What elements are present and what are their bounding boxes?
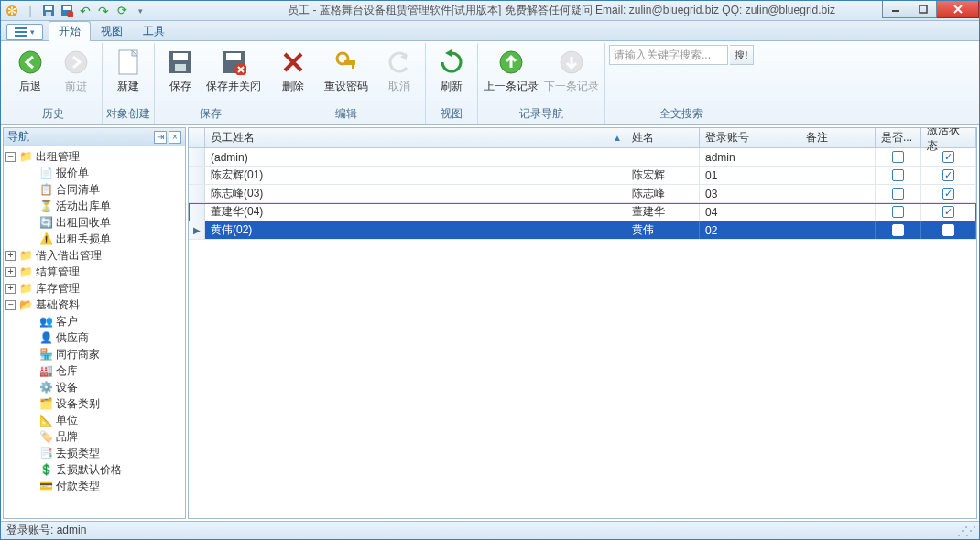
new-button[interactable]: 新建 [106, 45, 150, 97]
tree-dmgtype[interactable]: 📑丢损类型 [4, 445, 185, 461]
cell-isx[interactable] [876, 185, 921, 202]
tree-paytype[interactable]: 💳付款类型 [4, 478, 185, 494]
cell-active[interactable] [921, 203, 976, 221]
tree-settle[interactable]: +📁结算管理 [4, 264, 185, 280]
tab-start[interactable]: 开始 [49, 21, 91, 41]
status-bar: 登录账号: admin ⋰⋰ [1, 521, 979, 539]
checkbox[interactable] [942, 224, 954, 236]
tree-base[interactable]: −📂基础资料 [4, 297, 185, 313]
tree-supplier[interactable]: 👤供应商 [4, 329, 185, 346]
col-empname[interactable]: 员工姓名▲ [205, 128, 626, 147]
table-row[interactable]: 陈宏辉(01)陈宏辉01 [189, 167, 976, 185]
back-button[interactable]: 后退 [8, 45, 52, 97]
tree-devcat[interactable]: 🗂️设备类别 [4, 395, 185, 412]
tree-device[interactable]: ⚙️设备 [4, 379, 185, 395]
row-indicator: ▶ [189, 221, 205, 239]
table-row[interactable]: (admin)admin [189, 148, 976, 167]
close-button[interactable] [937, 0, 979, 18]
minimize-button[interactable] [882, 0, 909, 18]
expand-icon[interactable]: + [5, 284, 16, 294]
cell-isx[interactable] [876, 167, 921, 184]
undo-icon[interactable]: ↶ [78, 4, 93, 18]
tree-customer[interactable]: 👥客户 [4, 313, 185, 329]
col-active[interactable]: 激活状态 [921, 128, 976, 147]
col-name[interactable]: 姓名 [626, 128, 700, 147]
search-button[interactable]: 搜! [730, 45, 754, 65]
cell-name: 陈志峰 [626, 185, 700, 202]
checkbox[interactable] [892, 151, 904, 163]
table-row[interactable]: ▶黄伟(02)黄伟02 [189, 221, 976, 240]
save-close-icon[interactable] [60, 4, 74, 18]
tree-damage[interactable]: ⚠️出租丢损单 [4, 231, 185, 247]
checkbox[interactable] [942, 206, 954, 218]
hourglass-icon: ⏳ [38, 199, 53, 213]
qat-dropdown-icon[interactable]: ▾ [133, 4, 147, 18]
save-close-button[interactable]: 保存并关闭 [204, 45, 263, 97]
resize-grip-icon[interactable]: ⋰⋰ [957, 524, 974, 537]
tree-recycle[interactable]: 🔄出租回收单 [4, 214, 185, 231]
tree-stock[interactable]: +📁库存管理 [4, 280, 185, 297]
cell-account: 03 [700, 185, 800, 202]
redo-icon[interactable]: ↷ [96, 4, 111, 18]
refresh-small-icon[interactable]: ⟳ [114, 4, 129, 18]
checkbox[interactable] [892, 169, 904, 181]
cell-active[interactable] [921, 185, 976, 202]
tree-peer[interactable]: 🏪同行商家 [4, 346, 185, 362]
maximize-button[interactable] [909, 0, 937, 18]
folder-icon: 📁 [18, 265, 33, 279]
grid-body[interactable]: (admin)admin陈宏辉(01)陈宏辉01陈志峰(03)陈志峰03董建华(… [189, 148, 976, 518]
checkbox[interactable] [892, 224, 904, 236]
doc-icon: 📄 [38, 166, 53, 180]
search-input[interactable]: 请输入关键字搜索... [609, 45, 728, 65]
prev-record-button[interactable]: 上一条记录 [482, 45, 540, 97]
app-icon[interactable]: ✻ [5, 4, 19, 18]
cell-isx[interactable] [876, 203, 921, 221]
cell-active[interactable] [921, 221, 976, 239]
tree-unit[interactable]: 📐单位 [4, 412, 185, 428]
checkbox[interactable] [892, 188, 904, 200]
expand-icon[interactable]: + [5, 267, 16, 277]
file-menu-button[interactable]: ▾ [6, 24, 43, 40]
cell-empname: 董建华(04) [205, 203, 626, 221]
ribbon-group-create: 新建 对象创建 [103, 43, 155, 124]
employee-grid: 员工姓名▲ 姓名 登录账号 备注 是否... 激活状态 (admin)admin… [188, 127, 977, 519]
tree-contract[interactable]: 📋合同清单 [4, 181, 185, 198]
nav-tree[interactable]: −📁出租管理 📄报价单 📋合同清单 ⏳活动出库单 🔄出租回收单 ⚠️出租丢损单 … [4, 146, 185, 518]
tree-borrow[interactable]: +📁借入借出管理 [4, 247, 185, 264]
cell-isx[interactable] [876, 148, 921, 166]
tree-rent[interactable]: −📁出租管理 [4, 148, 185, 165]
table-row[interactable]: 董建华(04)董建华04 [189, 203, 976, 221]
reset-password-button[interactable]: 重设密码 [317, 45, 376, 97]
collapse-icon[interactable]: − [5, 300, 16, 310]
delete-button[interactable]: 删除 [271, 45, 315, 97]
tree-warehouse[interactable]: 🏭仓库 [4, 362, 185, 379]
tree-brand[interactable]: 🏷️品牌 [4, 428, 185, 445]
checkbox[interactable] [942, 188, 954, 200]
card-icon: 💲 [38, 462, 53, 477]
tree-outbound[interactable]: ⏳活动出库单 [4, 198, 185, 214]
tree-dmgprice[interactable]: 💲丢损默认价格 [4, 461, 185, 478]
expand-icon[interactable]: + [5, 251, 16, 261]
tree-quote[interactable]: 📄报价单 [4, 165, 185, 181]
folder-icon: 📁 [18, 149, 33, 164]
cell-active[interactable] [921, 167, 976, 184]
nav-pin-button[interactable]: ⇥ [154, 131, 167, 144]
save-icon[interactable] [41, 4, 56, 18]
col-isx[interactable]: 是否... [876, 128, 921, 147]
cell-empname: 陈宏辉(01) [205, 167, 626, 184]
cell-isx[interactable] [876, 221, 921, 239]
nav-close-button[interactable]: × [169, 131, 181, 144]
table-row[interactable]: 陈志峰(03)陈志峰03 [189, 185, 976, 203]
tab-view[interactable]: 视图 [91, 21, 133, 41]
collapse-icon[interactable]: − [5, 152, 16, 162]
titlebar: ✻ | ↶ ↷ ⟳ ▾ 员工 - 蓝格舞台设备租赁管理软件[试用版本] 免费解答… [1, 1, 979, 21]
checkbox[interactable] [942, 169, 954, 181]
tab-tools[interactable]: 工具 [133, 21, 175, 41]
refresh-button[interactable]: 刷新 [430, 45, 474, 97]
checkbox[interactable] [892, 206, 904, 218]
nav-header: 导航 ⇥ × [4, 128, 185, 146]
col-account[interactable]: 登录账号 [700, 128, 800, 147]
cell-account: admin [700, 148, 800, 166]
col-remark[interactable]: 备注 [800, 128, 876, 147]
save-button[interactable]: 保存 [158, 45, 202, 97]
